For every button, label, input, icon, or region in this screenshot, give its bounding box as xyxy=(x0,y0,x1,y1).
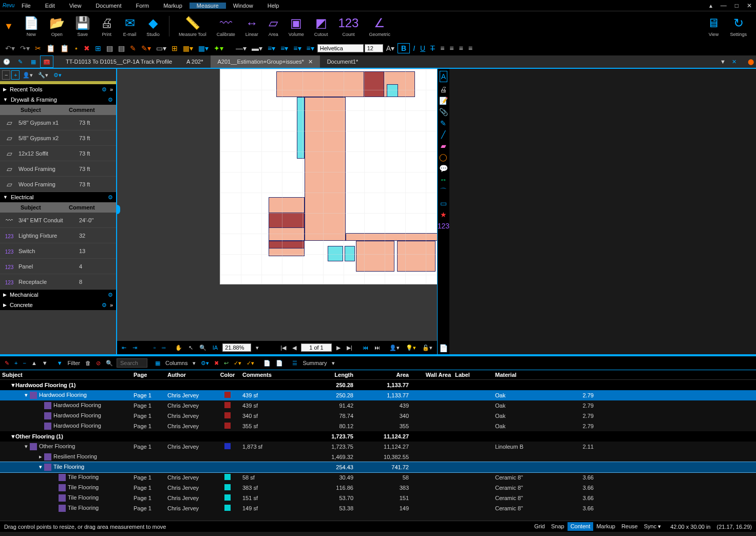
note-tool-icon[interactable]: 📝 xyxy=(439,97,448,105)
dim-tool-icon[interactable]: ↔ xyxy=(440,176,447,184)
rewind-icon[interactable]: ⏮ xyxy=(361,344,370,351)
collapse-icon[interactable]: − xyxy=(2,70,10,80)
align-left-icon[interactable]: ≡ xyxy=(438,43,446,53)
tool-e-mail[interactable]: ✉E-mail xyxy=(118,14,142,38)
doc-tab[interactable]: TT-D1013 To D1015__CP-1A Track Profile xyxy=(59,55,179,68)
zoom-dropdown-icon[interactable]: ▾ xyxy=(254,344,260,351)
markup-row[interactable]: ▼Other Flooring (1)1,723.7511,124.27 xyxy=(0,431,756,442)
col-length-header[interactable]: Length xyxy=(304,372,355,378)
tool1-icon[interactable]: ▦▾ xyxy=(196,43,211,53)
nav-first-doc-icon[interactable]: ⇤ xyxy=(120,344,128,351)
status-toggle-content[interactable]: Content xyxy=(568,522,594,531)
markup-row[interactable]: ▾Hardwood FlooringPage 1Chris Jervey439 … xyxy=(0,390,756,400)
doc-tab[interactable]: A201__Estimation+Group+issues* ✕ xyxy=(211,55,320,68)
summary-icon[interactable]: ☰ xyxy=(291,360,299,367)
status-icon[interactable]: ✓▾ xyxy=(232,360,243,367)
linetype-icon[interactable]: —▾ xyxy=(234,43,249,53)
markup-row[interactable]: Tile FlooringPage 1Chris Jervey383 sf116… xyxy=(0,483,756,493)
markups-body[interactable]: ▼Hardwood Flooring (1)250.281,133.77▾Har… xyxy=(0,380,756,521)
section-mechanical[interactable]: ▶ Mechanical ⚙ xyxy=(0,290,116,300)
section-drywall[interactable]: ▼ Drywall & Framing ⚙ xyxy=(0,94,116,105)
linestyle1-icon[interactable]: ≡▾ xyxy=(266,43,277,53)
close-tab-icon[interactable]: ✕ xyxy=(308,59,313,65)
status-toggle-grid[interactable]: Grid xyxy=(531,522,548,531)
summary-dropdown-icon[interactable]: ▾ xyxy=(330,360,336,367)
menu-file[interactable]: File xyxy=(14,3,38,9)
underline-icon[interactable]: U xyxy=(418,43,427,53)
view-cont-icon[interactable]: ▫▫ xyxy=(160,344,167,351)
pen-icon[interactable]: ✎ xyxy=(128,43,138,53)
close-all-tabs-icon[interactable]: ✕ xyxy=(729,59,740,65)
strike-icon[interactable]: T̶ xyxy=(428,43,437,53)
gear-icon[interactable]: ⚙ xyxy=(108,97,113,103)
text-tool-icon[interactable]: A xyxy=(440,71,447,82)
tool-save[interactable]: 💾Save xyxy=(70,14,96,38)
select-icon[interactable]: ↖ xyxy=(187,344,195,351)
markup-row[interactable]: Hardwood FlooringPage 1Chris Jervey439 s… xyxy=(0,400,756,411)
paste-icon[interactable]: 📋 xyxy=(58,43,71,53)
col-material-header[interactable]: Material xyxy=(493,372,560,378)
count-tool-icon[interactable]: 123 xyxy=(438,222,449,230)
doc2-icon[interactable]: ▤ xyxy=(116,43,127,53)
rect-tool-icon[interactable]: ▭ xyxy=(440,199,447,207)
gear-icon[interactable]: ⚙ xyxy=(102,302,107,309)
tab-icon-thumbs[interactable]: 🕐 xyxy=(0,55,13,68)
tool-measure-tool[interactable]: 📏Measure Tool xyxy=(174,14,212,38)
print-tool-icon[interactable]: 🖨 xyxy=(440,85,447,93)
clear-filter-icon[interactable]: ⊘ xyxy=(94,360,102,367)
trash-icon[interactable]: 🗑 xyxy=(84,360,92,366)
tool-geometric[interactable]: ∠Geometric xyxy=(364,14,395,38)
linewidth-icon[interactable]: ▬▾ xyxy=(250,43,264,53)
expand-caret-icon[interactable]: ▸ xyxy=(39,453,44,460)
tool-row[interactable]: ▱Wood Framing73 ft xyxy=(0,177,116,192)
columns-dropdown-icon[interactable]: ▾ xyxy=(191,360,197,367)
remove-markup-icon[interactable]: − xyxy=(21,360,27,366)
redo-icon[interactable]: ↷▾ xyxy=(18,43,32,53)
col-page-header[interactable]: Page xyxy=(131,372,165,378)
tool-studio[interactable]: ◆Studio xyxy=(141,14,165,38)
tool-open[interactable]: 📂Open xyxy=(44,14,70,38)
tool-chest-scroll[interactable]: ▶ Recent Tools ⚙ » ▼ Drywall & Framing ⚙… xyxy=(0,81,116,354)
tool-row[interactable]: ▱5/8'' Gypsum x273 ft xyxy=(0,130,116,146)
tool-cutout[interactable]: ◩Cutout xyxy=(309,14,333,38)
menu-form[interactable]: Form xyxy=(129,3,157,9)
section-electrical[interactable]: ▼ Electrical ⚙ xyxy=(0,192,116,202)
tool-print[interactable]: 🖨Print xyxy=(96,14,118,38)
add-markup-icon[interactable]: + xyxy=(13,360,19,366)
doc-tab[interactable]: Document1* xyxy=(320,55,366,68)
markup-row[interactable]: Tile FlooringPage 1Chris Jervey149 sf53.… xyxy=(0,503,756,513)
tool-area[interactable]: ▱Area xyxy=(263,14,284,38)
first-page-icon[interactable]: |◀ xyxy=(279,344,288,351)
status-toggle-reuse[interactable]: Reuse xyxy=(618,522,641,531)
menu-measure[interactable]: Measure xyxy=(190,3,226,9)
markup-row[interactable]: ▾Other FlooringPage 1Chris Jervey1,873 s… xyxy=(0,442,756,452)
maximize-icon[interactable]: □ xyxy=(731,2,743,9)
search-input[interactable] xyxy=(117,358,147,368)
gear-icon[interactable]: ⚙ xyxy=(108,292,113,298)
linestyle4-icon[interactable]: ≡▾ xyxy=(305,43,316,53)
font-family-select[interactable] xyxy=(317,44,364,52)
zoom-input[interactable] xyxy=(222,343,251,352)
linestyle3-icon[interactable]: ≡▾ xyxy=(291,43,303,53)
import-icon[interactable]: 📄 xyxy=(262,360,272,367)
gear-icon[interactable]: ⚙ xyxy=(102,86,107,93)
tool-row[interactable]: ▱12x12 Soffit73 ft xyxy=(0,146,116,161)
markups-list-icon[interactable]: ✎ xyxy=(3,360,11,367)
pen-tool-icon[interactable]: ✎ xyxy=(440,119,446,127)
col-label-header[interactable]: Label xyxy=(453,372,493,378)
tool-row[interactable]: 〰3/4'' EMT Conduit24'-0'' xyxy=(0,213,116,228)
clone-icon[interactable]: ⋆ xyxy=(72,43,81,53)
overflow-icon[interactable]: » xyxy=(110,302,113,308)
reply-icon[interactable]: ↩ xyxy=(222,360,230,367)
col-wallarea-header[interactable]: Wall Area xyxy=(411,372,453,378)
page-tool-icon[interactable]: 📄 xyxy=(439,344,448,352)
panel-settings-icon[interactable]: ⚙▾ xyxy=(51,71,64,80)
markup-row[interactable]: Tile FlooringPage 1Chris Jervey58 sf30.4… xyxy=(0,472,756,483)
section-concrete[interactable]: ▶ Concrete ⚙ » xyxy=(0,300,116,310)
tool-row[interactable]: 123Lighting Fixture32 xyxy=(0,228,116,243)
grid-icon[interactable]: ⊞ xyxy=(93,43,103,53)
markup-row[interactable]: ▸Resilient Flooring1,469.3210,382.55 xyxy=(0,452,756,462)
tool-row[interactable]: ▱Wood Framing73 ft xyxy=(0,161,116,177)
layers-icon[interactable]: ▦▾ xyxy=(181,43,195,53)
left-splitter-handle[interactable] xyxy=(117,205,120,214)
